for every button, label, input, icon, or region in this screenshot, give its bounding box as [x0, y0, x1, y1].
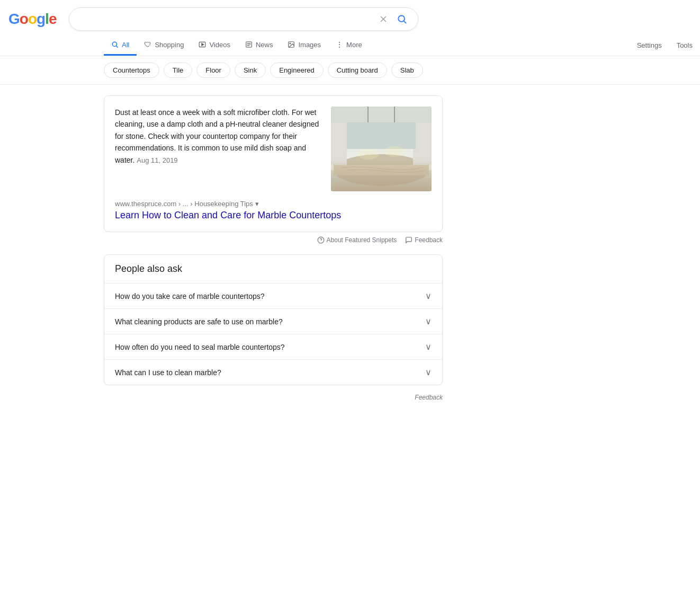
- snippet-source: www.thespruce.com › ... › Housekeeping T…: [115, 200, 432, 221]
- search-bar: how to care for marble: [69, 7, 418, 31]
- svg-line-3: [404, 21, 406, 23]
- tools-link[interactable]: Tools: [669, 36, 700, 55]
- tab-shopping[interactable]: 🛡 Shopping: [137, 35, 191, 56]
- header: Google how to care for marble: [0, 0, 700, 31]
- tab-videos-label: Videos: [209, 41, 230, 49]
- tab-news-label: News: [256, 41, 273, 49]
- all-icon: [111, 41, 119, 48]
- tab-images-label: Images: [298, 41, 321, 49]
- chip-slab[interactable]: Slab: [391, 63, 423, 78]
- featured-snippet: Dust at least once a week with a soft mi…: [104, 95, 443, 232]
- tab-shopping-label: Shopping: [155, 41, 184, 49]
- snippet-feedback-label: Feedback: [415, 236, 443, 244]
- clear-button[interactable]: [376, 12, 390, 26]
- shopping-icon: 🛡: [144, 40, 151, 49]
- paa-question-2[interactable]: What cleaning products are safe to use o…: [104, 309, 442, 334]
- tab-more-label: More: [346, 41, 362, 49]
- svg-point-24: [384, 146, 405, 157]
- snippet-feedback-link[interactable]: Feedback: [405, 236, 443, 244]
- source-url-text: www.thespruce.com › ... › Housekeeping T…: [115, 200, 253, 208]
- chip-engineered[interactable]: Engineered: [270, 63, 324, 78]
- svg-rect-17: [334, 165, 429, 175]
- source-url: www.thespruce.com › ... › Housekeeping T…: [115, 200, 432, 208]
- chip-floor[interactable]: Floor: [196, 63, 230, 78]
- nav-tabs: All 🛡 Shopping Videos News Images ⋮ More…: [0, 31, 700, 56]
- snippet-content: Dust at least once a week with a soft mi…: [115, 107, 432, 191]
- tab-images[interactable]: Images: [280, 36, 328, 56]
- chips-row: Countertops Tile Floor Sink Engineered C…: [0, 56, 700, 85]
- about-snippets-label: About Featured Snippets: [327, 236, 397, 244]
- logo-letter-l: l: [45, 11, 49, 28]
- bottom-feedback[interactable]: Feedback: [104, 394, 443, 401]
- svg-point-13: [290, 43, 291, 44]
- search-button[interactable]: [394, 12, 409, 26]
- more-icon: ⋮: [336, 40, 343, 49]
- snippet-date-value: Aug 11, 2019: [137, 156, 177, 164]
- main-content: Dust at least once a week with a soft mi…: [0, 85, 455, 412]
- news-icon: [245, 41, 253, 48]
- svg-point-23: [357, 149, 379, 160]
- svg-marker-7: [202, 43, 204, 46]
- videos-icon: [199, 41, 206, 48]
- feedback-icon: [405, 236, 412, 244]
- svg-rect-21: [413, 122, 432, 165]
- paa-question-1-text: How do you take care of marble counterto…: [115, 292, 265, 300]
- logo-letter-g2: g: [37, 11, 45, 28]
- paa-chevron-3: ∨: [425, 342, 432, 352]
- svg-rect-22: [347, 122, 416, 149]
- paa-chevron-4: ∨: [425, 367, 432, 377]
- paa-question-2-text: What cleaning products are safe to use o…: [115, 317, 283, 326]
- settings-link[interactable]: Settings: [630, 36, 669, 55]
- tab-videos[interactable]: Videos: [191, 36, 238, 56]
- tab-news[interactable]: News: [238, 36, 281, 56]
- search-input[interactable]: how to care for marble: [78, 14, 372, 24]
- feedback-row: About Featured Snippets Feedback: [104, 236, 443, 244]
- paa-question-3-text: How often do you need to seal marble cou…: [115, 343, 285, 351]
- about-snippets-link[interactable]: About Featured Snippets: [317, 236, 397, 244]
- logo-letter-o1: o: [20, 11, 28, 28]
- logo-letter-e: e: [49, 11, 57, 28]
- tab-more[interactable]: ⋮ More: [328, 35, 370, 56]
- snippet-image: [331, 107, 432, 191]
- paa-question-3[interactable]: How often do you need to seal marble cou…: [104, 334, 442, 360]
- question-icon: [317, 236, 325, 244]
- chip-sink[interactable]: Sink: [235, 63, 266, 78]
- paa-chevron-1: ∨: [425, 291, 432, 301]
- source-dropdown-arrow[interactable]: ▾: [255, 200, 259, 208]
- images-icon: [288, 41, 295, 48]
- chip-countertops[interactable]: Countertops: [104, 63, 159, 78]
- tab-all[interactable]: All: [104, 36, 137, 56]
- paa-chevron-2: ∨: [425, 316, 432, 326]
- search-bar-wrapper: how to care for marble: [69, 7, 418, 31]
- paa-question-4[interactable]: What can I use to clean marble? ∨: [104, 360, 442, 385]
- paa-question-4-text: What can I use to clean marble?: [115, 368, 221, 377]
- logo-letter-o2: o: [28, 11, 37, 28]
- google-logo: Google: [8, 11, 56, 28]
- chip-tile[interactable]: Tile: [164, 63, 192, 78]
- tab-all-label: All: [122, 41, 129, 49]
- svg-rect-20: [331, 122, 347, 165]
- paa-title: People also ask: [104, 255, 442, 284]
- logo-letter-g: G: [8, 11, 20, 28]
- snippet-title-link[interactable]: Learn How to Clean and Care for Marble C…: [115, 210, 432, 221]
- chip-cutting-board[interactable]: Cutting board: [328, 63, 387, 78]
- people-also-ask-box: People also ask How do you take care of …: [104, 254, 443, 385]
- svg-line-5: [116, 46, 118, 48]
- snippet-text: Dust at least once a week with a soft mi…: [115, 107, 322, 191]
- paa-question-1[interactable]: How do you take care of marble counterto…: [104, 284, 442, 309]
